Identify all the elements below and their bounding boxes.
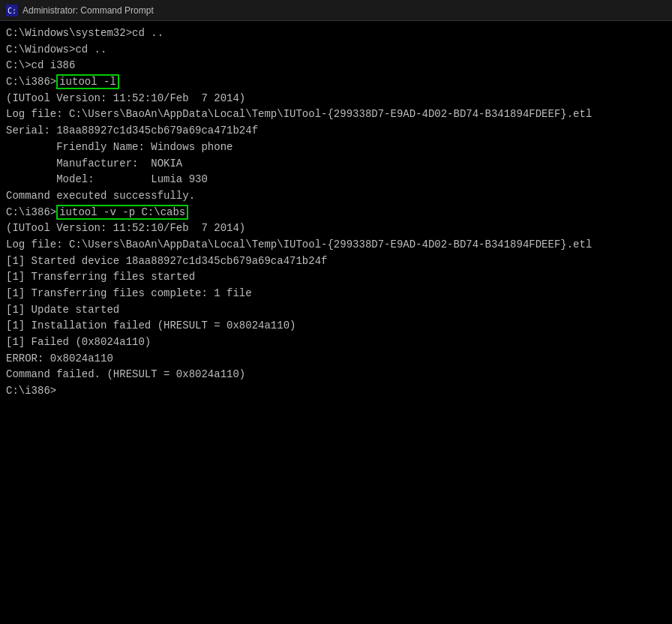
terminal-line: Model: Lumia 930 bbox=[6, 172, 666, 188]
terminal-line: (IUTool Version: 11:52:10/Feb 7 2014) bbox=[6, 220, 666, 237]
terminal-line: C:\Windows\system32>cd .. bbox=[6, 26, 666, 42]
terminal-line: ERROR: 0x8024a110 bbox=[6, 351, 666, 368]
terminal-body[interactable]: C:\Windows\system32>cd ..C:\Windows>cd .… bbox=[0, 21, 672, 624]
terminal-line: C:\Windows>cd .. bbox=[6, 42, 666, 58]
terminal-line: C:\i386>iutool -v -p C:\cabs bbox=[6, 205, 666, 221]
terminal-line: [1] Started device 18aa88927c1d345cb679a… bbox=[6, 254, 666, 270]
window: C: Administrator: Command Prompt C:\Wind… bbox=[0, 0, 672, 624]
terminal-line: C:\i386>iutool -l bbox=[6, 74, 666, 91]
terminal-line: Log file: C:\Users\BaoAn\AppData\Local\T… bbox=[6, 237, 666, 254]
title-bar-text: Administrator: Command Prompt bbox=[22, 5, 154, 16]
terminal-line: Friendly Name: Windows phone bbox=[6, 140, 666, 156]
terminal-line: Serial: 18aa88927c1d345cb679a69ca471b24f bbox=[6, 123, 666, 140]
command-highlight: iutool -v -p C:\cabs bbox=[56, 205, 188, 220]
terminal-line: Log file: C:\Users\BaoAn\AppData\Local\T… bbox=[6, 106, 666, 123]
terminal-line: C:\i386> bbox=[6, 383, 666, 400]
terminal-line: Command executed successfully. bbox=[6, 188, 666, 205]
terminal-line: [1] Transferring files started bbox=[6, 269, 666, 286]
terminal-line: [1] Installation failed (HRESULT = 0x802… bbox=[6, 318, 666, 334]
terminal-line: Manufacturer: NOKIA bbox=[6, 156, 666, 172]
cmd-icon: C: bbox=[6, 4, 18, 16]
terminal-line: [1] Transferring files complete: 1 file bbox=[6, 286, 666, 302]
title-bar: C: Administrator: Command Prompt bbox=[0, 0, 672, 21]
svg-text:C:: C: bbox=[8, 7, 16, 15]
prompt: C:\i386> bbox=[6, 76, 56, 88]
terminal-line: Command failed. (HRESULT = 0x8024a110) bbox=[6, 367, 666, 383]
terminal-line: [1] Update started bbox=[6, 302, 666, 319]
terminal-line: C:\>cd i386 bbox=[6, 58, 666, 74]
terminal-line: (IUTool Version: 11:52:10/Feb 7 2014) bbox=[6, 91, 666, 107]
prompt: C:\i386> bbox=[6, 206, 56, 218]
terminal-line: [1] Failed (0x8024a110) bbox=[6, 334, 666, 351]
command-highlight: iutool -l bbox=[56, 74, 119, 89]
